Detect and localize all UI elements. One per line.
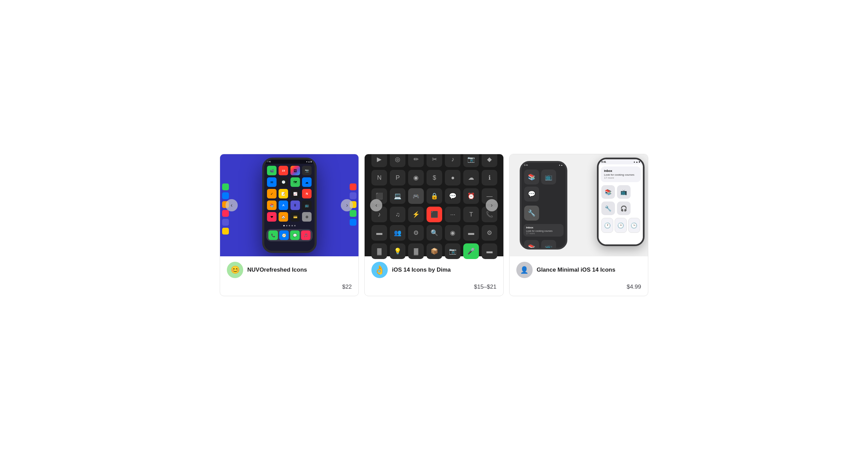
dark-icon: ◉: [445, 225, 461, 241]
dark-icon: ▬: [371, 225, 387, 241]
side-icon: [222, 228, 229, 235]
side-icon: [350, 210, 356, 217]
side-icon: [222, 219, 229, 226]
notification-more: 17 more: [526, 232, 561, 235]
side-icon: [350, 219, 356, 226]
app-home: 🏠: [279, 212, 288, 222]
dark-icon: 💬: [445, 188, 461, 204]
dark-icon: 🔍: [427, 225, 442, 241]
glance-row-3: 📚 📺: [521, 238, 566, 248]
card2-image-wrapper: ▶ ◎ ✏ ✂ ♪ 📷 ◆ N P ◉ $ ● ☁ ℹ ⬛: [365, 154, 503, 256]
glance-row-1: 📚 📺 💬: [521, 167, 566, 204]
dock-messages: 💬: [290, 230, 300, 240]
card1-price-row: $22: [227, 281, 352, 290]
light-icon-row-1: 📚 📺: [599, 183, 643, 201]
app-mail: ✉: [267, 177, 277, 187]
card3-image-wrapper: 9:41 ● ▲ 📚 📺 💬 🔧 Inbo: [510, 154, 648, 256]
card2-author-name: iOS 14 Icons by Dima: [392, 267, 451, 273]
app-health: ❤: [267, 212, 277, 222]
card1-price: $22: [342, 284, 352, 290]
phone-time: 7:46: [267, 161, 271, 163]
app-weather: ☁: [302, 177, 312, 187]
app-photos: 🖼: [290, 166, 300, 175]
app-wallet: 💳: [290, 212, 300, 222]
light-icon: 📺: [617, 185, 631, 199]
dark-icon: ⚙: [408, 225, 424, 241]
app-calendar: 15: [279, 166, 288, 175]
dock: 📞 🧭 💬 🎵: [266, 229, 313, 241]
app-stocks: 📈: [290, 189, 300, 198]
side-icon: [222, 183, 229, 190]
dark-icon: T: [463, 207, 479, 222]
card1-prev-button[interactable]: ‹: [226, 199, 238, 211]
dark-icon: ♫: [390, 207, 405, 222]
dark-icon-white: 🎮: [408, 188, 424, 204]
card1-image-wrapper: 7:46 ● ▲ ■ 📹 15 🖼 📷 ✉ 🕐 🗺 ☁ ✓: [220, 154, 358, 256]
light-icon: 🔧: [601, 202, 615, 215]
card1-author-name: NUVOrefreshed Icons: [247, 267, 307, 273]
app-tv: 📺: [302, 200, 312, 210]
side-icon: [222, 210, 229, 217]
dark-icon: 📦: [427, 243, 442, 259]
app-maps: 🗺: [290, 177, 300, 187]
glance-icon: 📚: [524, 240, 539, 248]
app-reminders: ✓: [267, 189, 277, 198]
dark-icon: ●: [445, 170, 461, 186]
card3-price: $4.99: [627, 284, 641, 290]
glance-icon: 🔧: [524, 206, 539, 221]
app-camera: 📷: [302, 166, 312, 175]
card1-author-row: 😊 NUVOrefreshed Icons: [227, 262, 352, 278]
notification-widget: Inbox Look for cooking courses 17 more: [523, 224, 564, 237]
card2-next-button[interactable]: ›: [486, 199, 498, 211]
card3-author-row: 👤 Glance Minimal iOS 14 Icons: [516, 262, 641, 278]
dark-icon: ✏: [408, 154, 424, 167]
app-news: N: [302, 189, 312, 198]
phone-status-bar: 7:46 ● ▲ ■: [264, 160, 315, 164]
dark-icon: ◉: [408, 170, 424, 186]
card2-prev-button[interactable]: ‹: [370, 199, 382, 211]
dark-icon: ▓: [371, 243, 387, 259]
dark-icon: ⏰: [463, 188, 479, 204]
light-icon-row-2: 🔧 🎧: [599, 201, 643, 216]
glance-icon: 💬: [524, 187, 539, 202]
notif-card-1: Inbox Look for cooking courses 17 more: [601, 166, 641, 182]
glance-icon: 📚: [524, 170, 539, 184]
app-grid: 📹 15 🖼 📷 ✉ 🕐 🗺 ☁ ✓ 📝 📈 N: [264, 164, 315, 224]
dark-icon: ⚙: [482, 225, 497, 241]
dark-icon: 💡: [390, 243, 405, 259]
dark-icon-red: ⬛: [427, 207, 442, 222]
dark-icon: ✂: [427, 154, 442, 167]
app-clock: 🕐: [279, 177, 288, 187]
side-icon: [350, 183, 356, 190]
dark-icon: ⚡: [408, 207, 424, 222]
clocks-row: 🕐 🕑 🕒: [599, 216, 643, 235]
card3-background: 9:41 ● ▲ 📚 📺 💬 🔧 Inbo: [510, 154, 648, 256]
glance-phone-back: 9:41 ● ▲ 📚 📺 💬 🔧 Inbo: [520, 161, 567, 250]
light-icon: 🎧: [617, 202, 631, 215]
app-podcasts: 🎙: [290, 200, 300, 210]
card-glance: 9:41 ● ▲ 📚 📺 💬 🔧 Inbo: [509, 154, 648, 296]
card3-footer: 👤 Glance Minimal iOS 14 Icons $4.99: [510, 256, 648, 296]
dock-music: 🎵: [301, 230, 311, 240]
card-dima: ▶ ◎ ✏ ✂ ♪ 📷 ◆ N P ◉ $ ● ☁ ℹ ⬛: [364, 154, 503, 296]
dot: [291, 225, 293, 226]
card3-price-row: $4.99: [516, 281, 641, 290]
dark-icon: N: [371, 170, 387, 186]
notif-body-1: Look for cooking courses: [604, 173, 637, 176]
glance-icon: 📺: [541, 240, 556, 248]
dark-icon: ◆: [482, 154, 497, 167]
card2-price: $15–$21: [474, 284, 496, 290]
notif-title-1: Inbox: [604, 169, 637, 173]
notif-more-1: 17 more: [604, 176, 637, 179]
card1-background: 7:46 ● ▲ ■ 📹 15 🖼 📷 ✉ 🕐 🗺 ☁ ✓: [220, 154, 358, 256]
dark-icon: ☁: [463, 170, 479, 186]
card-nuvo: 7:46 ● ▲ ■ 📹 15 🖼 📷 ✉ 🕐 🗺 ☁ ✓: [220, 154, 359, 296]
dark-icon: 📷: [445, 243, 461, 259]
card1-next-button[interactable]: ›: [341, 199, 353, 211]
dark-icon: P: [390, 170, 405, 186]
dark-icon: ℹ: [482, 170, 497, 186]
dock-phone: 📞: [268, 230, 278, 240]
light-icon: 📚: [601, 185, 615, 199]
app-facetime: 📹: [267, 166, 277, 175]
app-notes: 📝: [279, 189, 288, 198]
